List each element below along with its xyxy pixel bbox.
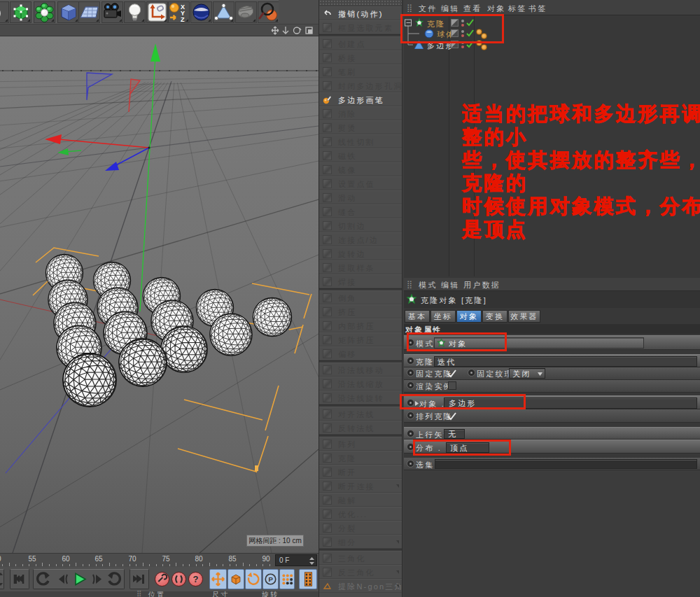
svg-text:Z: Z bbox=[181, 16, 185, 22]
svg-text:P: P bbox=[269, 575, 274, 583]
